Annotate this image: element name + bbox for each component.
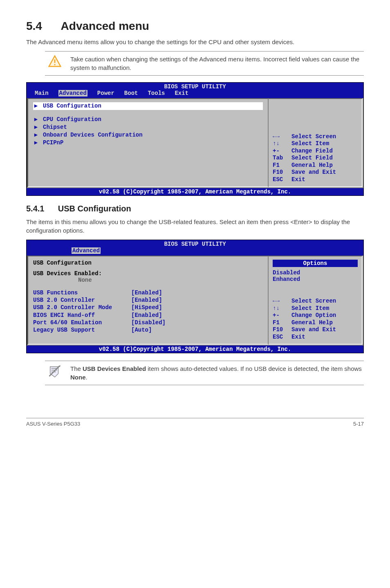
setting-row[interactable]: BIOS EHCI Hand-off[Enabled] — [33, 312, 263, 319]
bios1-copyright: v02.58 (C)Copyright 1985-2007, American … — [27, 188, 363, 195]
help-row: F10Save and Exit — [273, 326, 358, 334]
submenu-arrow-icon: ▶ — [33, 131, 39, 139]
help-row: +-Change Option — [273, 312, 358, 319]
footer-left: ASUS V-Series P5G33 — [26, 421, 80, 427]
bios1-selected-label: USB Configuration — [43, 102, 101, 110]
setting-row[interactable]: USB 2.0 Controller[Enabled] — [33, 296, 263, 304]
bios1-item-label: PCIPnP — [43, 139, 63, 147]
footer-right: 5-17 — [353, 421, 364, 427]
setting-row[interactable]: Port 64/60 Emulation[Disabled] — [33, 319, 263, 326]
bios1-title: BIOS SETUP UTILITY — [31, 83, 359, 90]
bios-screenshot-usb-config: BIOS SETUP UTILITY Advanced USB Configur… — [26, 240, 364, 353]
help-row: +-Change Field — [273, 148, 358, 155]
section-intro: The Advanced menu items allow you to cha… — [26, 38, 364, 46]
help-row: F1General Help — [273, 319, 358, 327]
help-row: ESCExit — [273, 176, 358, 184]
caution-text: Take caution when changing the settings … — [70, 55, 362, 72]
bios2-title: BIOS SETUP UTILITY — [31, 241, 359, 247]
submenu-arrow-icon: ▶ — [33, 102, 39, 110]
bios-screenshot-advanced: BIOS SETUP UTILITY Main Advanced Power B… — [26, 82, 364, 196]
option-item[interactable]: Disabled — [273, 269, 358, 276]
bios1-item-usb-config[interactable]: ▶ USB Configuration — [33, 102, 263, 110]
subsection-heading: 5.4.1 USB Configuration — [26, 204, 364, 213]
bios2-group-title: USB Configuration — [33, 260, 263, 266]
setting-row[interactable]: USB Functions[Enabled] — [33, 289, 263, 296]
submenu-arrow-icon: ▶ — [33, 139, 39, 147]
subsection-number: 5.4.1 — [26, 204, 44, 213]
tab-power[interactable]: Power — [97, 90, 114, 97]
note-callout: The USB Devices Enabled item shows auto-… — [45, 361, 364, 385]
option-item[interactable]: Enhanced — [273, 276, 358, 283]
help-row: ESCExit — [273, 334, 358, 341]
svg-rect-1 — [54, 64, 56, 65]
bios1-item-pcipnp[interactable]: ▶ PCIPnP — [33, 139, 263, 147]
bios1-item-label: Chipset — [43, 123, 67, 131]
help-row: TabSelect Field — [273, 155, 358, 162]
bios2-tabs: Advanced — [31, 247, 359, 255]
page-footer: ASUS V-Series P5G33 5-17 — [26, 418, 364, 427]
setting-row[interactable]: Legacy USB Support[Auto] — [33, 326, 263, 334]
help-row: ←→Select Screen — [273, 133, 358, 141]
bios1-item-label: CPU Configuration — [43, 116, 101, 123]
bios1-tabs: Main Advanced Power Boot Tools Exit — [31, 90, 359, 97]
bios1-item-cpu[interactable]: ▶ CPU Configuration — [33, 116, 263, 123]
bios2-copyright: v02.58 (C)Copyright 1985-2007, American … — [27, 346, 363, 353]
bios2-devices-value: None — [33, 277, 263, 283]
tab-main[interactable]: Main — [35, 90, 49, 97]
note-text: The USB Devices Enabled item shows auto-… — [70, 364, 362, 382]
help-row: F10Save and Exit — [273, 169, 358, 176]
subsection-title-text: USB Configuration — [58, 204, 131, 213]
bios1-item-label: Onboard Devices Configuration — [43, 131, 143, 139]
help-row: ↑↓Select Item — [273, 305, 358, 312]
help-row: ↑↓Select Item — [273, 140, 358, 148]
help-row: F1General Help — [273, 162, 358, 169]
section-title-text: Advanced menu — [61, 20, 149, 32]
submenu-arrow-icon: ▶ — [33, 116, 39, 123]
subsection-intro: The items in this menu allows you to cha… — [26, 218, 364, 235]
bios2-options-title: Options — [273, 260, 358, 267]
svg-rect-0 — [54, 59, 56, 63]
bios2-devices-label: USB Devices Enabled: — [33, 270, 263, 277]
bios1-item-chipset[interactable]: ▶ Chipset — [33, 123, 263, 131]
section-number: 5.4 — [26, 20, 42, 32]
caution-icon — [47, 55, 63, 69]
help-row: ←→Select Screen — [273, 298, 358, 305]
note-icon — [47, 364, 63, 378]
section-heading: 5.4 Advanced menu — [26, 20, 364, 33]
tab-boot[interactable]: Boot — [124, 90, 138, 97]
submenu-arrow-icon: ▶ — [33, 123, 39, 131]
tab-tools[interactable]: Tools — [148, 90, 165, 97]
setting-row[interactable]: USB 2.0 Controller Mode[HiSpeed] — [33, 304, 263, 311]
tab-advanced[interactable]: Advanced — [58, 90, 87, 97]
tab-exit[interactable]: Exit — [175, 90, 188, 97]
bios1-item-onboard[interactable]: ▶ Onboard Devices Configuration — [33, 131, 263, 139]
caution-callout: Take caution when changing the settings … — [45, 51, 364, 76]
tab-advanced[interactable]: Advanced — [72, 247, 101, 254]
